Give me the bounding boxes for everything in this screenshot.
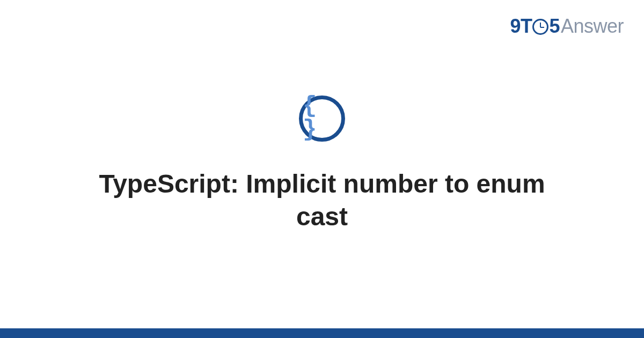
page-title: TypeScript: Implicit number to enum cast [75,167,569,233]
topic-icon-circle: { } [299,95,345,142]
footer-bar [0,328,644,338]
main-content: { } TypeScript: Implicit number to enum … [0,0,644,328]
code-braces-icon: { } [303,94,341,141]
